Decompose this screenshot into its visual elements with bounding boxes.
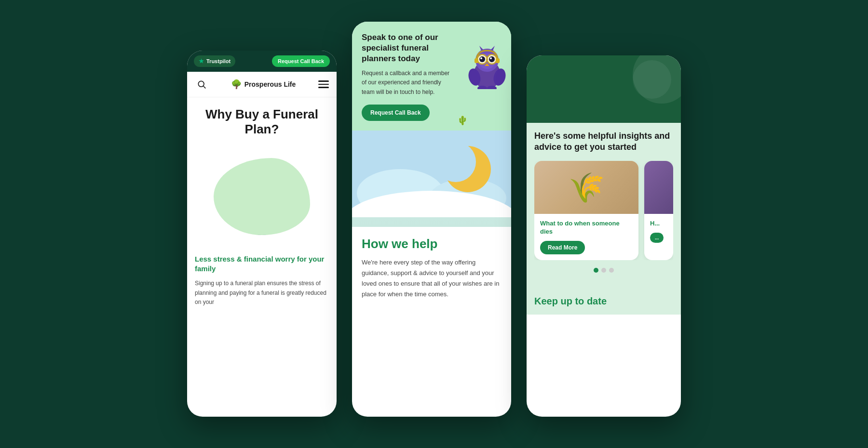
phone-3-insights: Here's some helpful insights and advice … bbox=[527, 123, 681, 288]
top-card-title: Speak to one of our specialist funeral p… bbox=[362, 32, 458, 64]
trustpilot-star-icon: ★ bbox=[199, 58, 204, 65]
svg-rect-55 bbox=[496, 58, 500, 63]
article-card-2[interactable]: H... ... bbox=[644, 161, 673, 260]
article-card-1-title: What to do when someone dies bbox=[540, 220, 633, 236]
svg-point-46 bbox=[489, 56, 495, 62]
top-card-description: Request a callback and a member of our e… bbox=[362, 69, 453, 97]
search-icon bbox=[197, 79, 206, 89]
article-card-1[interactable]: What to do when someone dies Read More bbox=[534, 161, 638, 260]
svg-point-45 bbox=[479, 56, 485, 62]
hamburger-line-2 bbox=[318, 84, 329, 85]
decorative-circle-2 bbox=[633, 60, 671, 99]
trustpilot-button[interactable]: ★ Trustpilot bbox=[194, 55, 235, 67]
svg-point-48 bbox=[490, 57, 492, 59]
carousel-dots bbox=[534, 268, 673, 273]
svg-point-0 bbox=[198, 81, 204, 87]
phone-2: Speak to one of our specialist funeral p… bbox=[352, 22, 511, 417]
article-card-1-image bbox=[534, 161, 638, 214]
phone-1: ★ Trustpilot Request Call Back 🌳 Prosper… bbox=[187, 51, 337, 417]
phones-container: ★ Trustpilot Request Call Back 🌳 Prosper… bbox=[187, 31, 681, 417]
callback-button[interactable]: Request Call Back bbox=[362, 105, 430, 121]
blob-background bbox=[214, 158, 310, 235]
svg-point-61 bbox=[435, 142, 476, 182]
dot-1[interactable] bbox=[594, 268, 598, 273]
svg-line-1 bbox=[203, 86, 206, 89]
hamburger-line-1 bbox=[318, 80, 329, 82]
brand-name: Prosperous Life bbox=[244, 80, 296, 88]
search-button[interactable] bbox=[195, 78, 208, 91]
phone-3-header bbox=[527, 55, 681, 123]
phone-3-bottom: Keep up to date bbox=[527, 288, 681, 315]
read-more-button[interactable]: Read More bbox=[540, 241, 585, 254]
keep-up-to-date-title: Keep up to date bbox=[534, 296, 673, 307]
phone-1-nav: 🌳 Prosperous Life bbox=[187, 72, 337, 97]
how-we-help-title: How we help bbox=[362, 237, 502, 251]
article-card-2-body: H... ... bbox=[644, 214, 673, 249]
body-text: Signing up to a funeral plan ensures the… bbox=[195, 279, 329, 307]
dot-2[interactable] bbox=[601, 268, 606, 273]
phone-3: Here's some helpful insights and advice … bbox=[527, 55, 681, 417]
svg-marker-40 bbox=[491, 46, 495, 51]
mid-illustration-svg bbox=[352, 131, 511, 217]
article-card-2-title: H... bbox=[650, 220, 667, 228]
top-callback-card: Speak to one of our specialist funeral p… bbox=[352, 22, 511, 131]
phone-1-content: Why Buy a Funeral Plan? bbox=[187, 97, 337, 316]
brand-logo[interactable]: 🌳 Prosperous Life bbox=[231, 79, 296, 90]
article-card-1-body: What to do when someone dies Read More bbox=[534, 214, 638, 260]
how-we-help-description: We're here every step of the way offerin… bbox=[362, 257, 502, 300]
subheadline: Less stress & financial worry for your f… bbox=[195, 254, 329, 273]
trustpilot-label: Trustpilot bbox=[206, 58, 231, 64]
tree-icon: 🌳 bbox=[231, 79, 242, 90]
svg-rect-54 bbox=[475, 58, 478, 63]
hero-illustration bbox=[195, 148, 329, 245]
svg-point-47 bbox=[480, 57, 482, 59]
dot-3[interactable] bbox=[609, 268, 614, 273]
menu-hamburger-button[interactable] bbox=[318, 80, 329, 88]
mid-illustration-section bbox=[352, 131, 511, 227]
phone-1-topbar: ★ Trustpilot Request Call Back bbox=[187, 51, 337, 72]
owl-character bbox=[468, 46, 506, 89]
read-more-button-2[interactable]: ... bbox=[650, 233, 664, 243]
how-we-help-section: How we help We're here every step of the… bbox=[352, 227, 511, 309]
article-cards-list: What to do when someone dies Read More H… bbox=[534, 161, 673, 260]
hamburger-line-3 bbox=[318, 87, 329, 88]
svg-marker-39 bbox=[479, 46, 483, 51]
purple-image bbox=[644, 161, 673, 214]
main-headline: Why Buy a Funeral Plan? bbox=[195, 107, 329, 137]
cactus-icon: 🌵 bbox=[457, 115, 468, 126]
request-callback-button-topbar[interactable]: Request Call Back bbox=[272, 55, 330, 67]
flower-image bbox=[534, 161, 638, 214]
article-card-2-image bbox=[644, 161, 673, 214]
insights-title: Here's some helpful insights and advice … bbox=[534, 131, 673, 153]
